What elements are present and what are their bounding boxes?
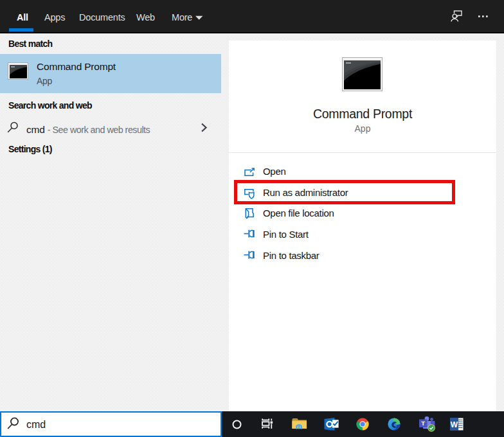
svg-text:W: W	[451, 420, 458, 429]
svg-text:T: T	[421, 420, 425, 427]
